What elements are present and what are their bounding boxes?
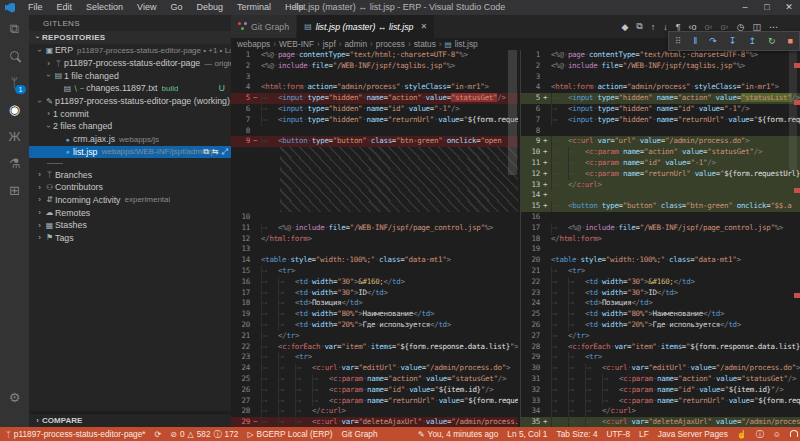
code-line: [231, 158, 518, 169]
split-editor-icon[interactable]: ◫: [752, 22, 761, 32]
status-blame-status[interactable]: ✎You, 4 minutes ago: [418, 429, 498, 439]
stop-icon[interactable]: ■: [788, 32, 793, 50]
tree-item-group-commits[interactable]: ›1 commit: [29, 107, 231, 120]
token: />: [754, 147, 762, 156]
previous-change-icon[interactable]: ↑: [651, 22, 656, 32]
token: ${form.response.data.list}: [690, 342, 800, 351]
activity-settings-icon[interactable]: ⚙: [0, 384, 29, 411]
close-button[interactable]: ✕: [778, 0, 800, 15]
close-icon[interactable]: ✕: [420, 22, 427, 31]
status-debug-target[interactable]: ▷BGERP Local (ERP): [247, 429, 332, 439]
right-scrollbar[interactable]: [789, 50, 797, 170]
step-into-icon[interactable]: ↧: [729, 32, 737, 50]
status-indentation[interactable]: Tab Size: 4: [556, 429, 597, 439]
tree-item-file-changes-txt[interactable]: ▤∖ −changes.11897.txtbuildU: [29, 82, 231, 95]
status-git-graph[interactable]: Git Graph: [342, 429, 378, 439]
token: Где: [362, 320, 375, 329]
next-change-icon[interactable]: ↓: [663, 22, 668, 32]
breadcrumb-item[interactable]: WEB-INF: [279, 39, 314, 49]
tab-git-graph[interactable]: Git Graph: [231, 15, 297, 38]
pause-icon[interactable]: ‖: [694, 32, 698, 50]
breadcrumb-item[interactable]: jspf: [323, 39, 336, 49]
tree-item-file-crm-ajax[interactable]: ●crm.ajax.jswebapps/js: [29, 133, 231, 146]
section-repositories[interactable]: › REPOSITORIES: [29, 31, 231, 44]
diff-overview-marker: [794, 188, 800, 193]
status-cursor-position[interactable]: Ln 5, Col 1: [507, 429, 547, 439]
tab-whitespace: [568, 406, 585, 417]
diff-marker: [543, 320, 551, 331]
status-eol[interactable]: LF: [639, 429, 649, 439]
tree-item-repo-erp[interactable]: ›▣ERPp11897-process-status-editor-page •…: [29, 44, 231, 57]
tree-item-branch-current[interactable]: ›ᛘp11897-process-status-editor-page— ori…: [29, 57, 231, 70]
minimize-button[interactable]: –: [734, 0, 756, 15]
menu-terminal[interactable]: Terminal: [230, 0, 278, 15]
token: "action": [388, 374, 422, 383]
tab-whitespace: [295, 406, 312, 417]
line-number: [231, 201, 253, 212]
restart-icon[interactable]: ↻: [768, 32, 776, 50]
status-language-mode[interactable]: Java Server Pages: [658, 429, 728, 439]
status-notifications[interactable]: [790, 431, 798, 438]
compare-previous-icon[interactable]: ᴏ‹: [705, 22, 713, 32]
diff-marker: [543, 331, 551, 342]
tree-item-section-tags[interactable]: ›⚑Tags: [29, 232, 231, 245]
diff-marker: +: [543, 201, 551, 212]
activity-explorer-icon[interactable]: ⧉: [0, 15, 29, 42]
whitespace-icon[interactable]: ¶: [676, 22, 681, 32]
menu-help[interactable]: Help: [278, 0, 311, 15]
maximize-button[interactable]: □: [756, 0, 778, 15]
status-smiley[interactable]: ☺: [773, 430, 781, 439]
status-info-status[interactable]: ⓘ: [756, 429, 764, 440]
diff-pane-modified[interactable]: 1<%@·page·contentType="text/html;·charse…: [520, 50, 800, 427]
menu-debug[interactable]: Debug: [189, 0, 230, 15]
tab-diff-listjsp[interactable]: ▤list.jsp (master) ↔ list.jsp✕: [297, 15, 435, 38]
diff-editor[interactable]: 1<%@·page·contentType="text/html;·charse…: [231, 50, 800, 427]
compare-next-icon[interactable]: ᴏ›: [721, 22, 729, 32]
status-encoding[interactable]: UTF-8: [607, 429, 631, 439]
inline-view-icon[interactable]: ‹ᴏ: [689, 22, 697, 32]
tree-item-file-list-jsp[interactable]: ●list.jspwebapps/WEB-INF/jspf/admin/pr..…: [29, 146, 231, 159]
activity-extensions-icon[interactable]: ⊞: [0, 177, 29, 204]
drag-handle[interactable]: ⠿: [675, 32, 682, 50]
menu-go[interactable]: Go: [163, 0, 189, 15]
activity-gitlens-icon[interactable]: ◉: [0, 96, 29, 123]
breadcrumb-item[interactable]: process: [376, 39, 405, 49]
step-over-icon[interactable]: ↷: [709, 32, 717, 50]
breadcrumb-item[interactable]: webapps: [237, 39, 270, 49]
tree-item-group-files-changed[interactable]: ›2 files changed: [29, 120, 231, 133]
tree-item-section-branches[interactable]: ›ᛘBranches: [29, 168, 231, 181]
section-compare[interactable]: › COMPARE: [29, 414, 231, 427]
stage-file-icon[interactable]: ⇆: [212, 147, 219, 157]
tree-item-section-incoming-activity[interactable]: ›⇵Incoming Activityexperimental: [29, 194, 231, 207]
open-file-icon[interactable]: ⤢: [222, 147, 228, 157]
activity-source-control-icon[interactable]: ᛘ1: [0, 69, 29, 96]
activity-test-icon[interactable]: ⚗: [0, 150, 29, 177]
status-sync-status[interactable]: ⟳: [155, 430, 162, 439]
step-out-icon[interactable]: ↥: [748, 32, 756, 50]
menu-edit[interactable]: Edit: [50, 0, 80, 15]
token: name: [367, 396, 384, 405]
tree-item-repo-working[interactable]: ›✎p11897-process-status-editor-page (wor…: [29, 95, 231, 108]
tree-item-section-contributors[interactable]: ›⚇Contributors: [29, 181, 231, 194]
tree-item-section-stashes[interactable]: ›▦Stashes: [29, 219, 231, 232]
more-actions-icon[interactable]: ⋯: [769, 22, 778, 32]
copy-icon[interactable]: ⧉: [636, 21, 642, 32]
breadcrumb-item[interactable]: status: [414, 39, 436, 49]
breadcrumb-item[interactable]: list.jsp: [455, 39, 478, 49]
menu-selection[interactable]: Selection: [79, 0, 130, 15]
activity-debug-icon[interactable]: Ж: [0, 123, 29, 150]
tree-item-section-remotes[interactable]: ›☁Remotes: [29, 206, 231, 219]
left-scrollbar[interactable]: [508, 50, 517, 175]
tree-item-group-file-changed[interactable]: ›▤1 file changed: [29, 69, 231, 82]
open-changes-icon[interactable]: ⧉: [203, 147, 209, 157]
swap-sides-icon[interactable]: ◆: [621, 22, 628, 32]
diff-pane-original[interactable]: 1<%@·page·contentType="text/html;·charse…: [231, 50, 518, 427]
timeline-icon[interactable]: ◷: [737, 22, 745, 32]
status-feedback[interactable]: ☝: [737, 430, 747, 439]
activity-search-icon[interactable]: [0, 42, 29, 69]
menu-view[interactable]: View: [130, 0, 163, 15]
breadcrumb-item[interactable]: admin: [344, 39, 367, 49]
status-branch-status[interactable]: ᛘp11897-process-status-editor-page*: [6, 429, 146, 439]
status-problems[interactable]: ⊘0△582ⓘ172: [170, 429, 238, 440]
menu-file[interactable]: File: [21, 0, 50, 15]
